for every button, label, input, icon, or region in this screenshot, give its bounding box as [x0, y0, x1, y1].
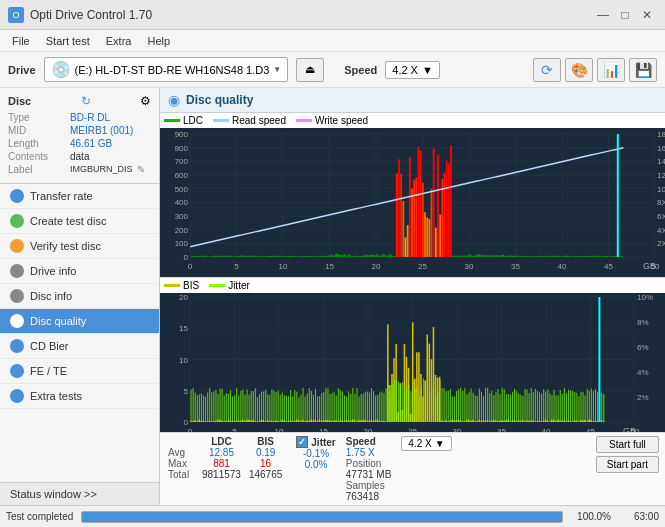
disc-label-field: Label: [8, 164, 66, 175]
disc-length-row: Length 46.61 GB: [8, 138, 151, 149]
samples-val: 763418: [346, 491, 392, 502]
menu-extra[interactable]: Extra: [98, 33, 140, 49]
sidebar-item-cd-bier[interactable]: CD Bier: [0, 334, 159, 359]
disc-contents-row: Contents data: [8, 151, 151, 162]
close-button[interactable]: ✕: [637, 5, 657, 25]
bis-label: BIS: [183, 280, 199, 291]
toolbar-icons: ⟳ 🎨 📊 💾: [533, 58, 657, 82]
disc-info-icon: [10, 289, 24, 303]
maximize-button[interactable]: □: [615, 5, 635, 25]
sidebar-item-drive-info[interactable]: Drive info: [0, 259, 159, 284]
total-bis: 146765: [245, 469, 286, 480]
disc-label-value: IMGBURN_DIS: [70, 164, 133, 175]
title-bar: O Opti Drive Control 1.70 — □ ✕: [0, 0, 665, 30]
fe-te-label: FE / TE: [30, 365, 67, 377]
disc-mid-label: MID: [8, 125, 66, 136]
sidebar-item-extra-tests[interactable]: Extra tests: [0, 384, 159, 409]
write-speed-legend: Write speed: [296, 115, 368, 126]
progress-bar-fill: [82, 512, 562, 522]
create-test-disc-label: Create test disc: [30, 215, 106, 227]
stats-table: LDC BIS Avg 12.85 0.19 Max 881 16: [166, 436, 286, 480]
start-part-button[interactable]: Start part: [596, 456, 659, 473]
write-speed-label: Write speed: [315, 115, 368, 126]
jitter-check-row[interactable]: Jitter: [296, 436, 335, 448]
speed-selector[interactable]: 4.2 X ▼: [385, 61, 440, 79]
disc-type-value: BD-R DL: [70, 112, 110, 123]
status-window-button[interactable]: Status window >>: [0, 482, 159, 505]
position-label: Position: [346, 458, 392, 469]
stats-header-ldc: LDC: [198, 436, 245, 447]
menu-file[interactable]: File: [4, 33, 38, 49]
eject-button[interactable]: ⏏: [296, 58, 324, 82]
disc-mid-value: MEIRB1 (001): [70, 125, 133, 136]
transfer-rate-label: Transfer rate: [30, 190, 93, 202]
status-window-label: Status window >>: [10, 488, 97, 500]
sidebar-item-transfer-rate[interactable]: Transfer rate: [0, 184, 159, 209]
stats-total-row: Total 9811573 146765: [166, 469, 286, 480]
jitter-avg: -0.1%: [296, 448, 335, 459]
bis-legend: BIS: [164, 280, 199, 291]
disc-mid-row: MID MEIRB1 (001): [8, 125, 151, 136]
drive-text: (E:) HL-DT-ST BD-RE WH16NS48 1.D3: [75, 64, 270, 76]
save-button[interactable]: 💾: [629, 58, 657, 82]
disc-quality-label: Disc quality: [30, 315, 86, 327]
upper-chart-canvas: [160, 128, 665, 277]
content-header: ◉ Disc quality: [160, 88, 665, 113]
jitter-checkbox[interactable]: [296, 436, 308, 448]
max-ldc: 881: [198, 458, 245, 469]
max-label: Max: [166, 458, 198, 469]
total-ldc: 9811573: [198, 469, 245, 480]
charts-area: LDC Read speed Write speed: [160, 113, 665, 432]
disc-settings-icon[interactable]: ⚙: [140, 94, 151, 108]
stats-max-row: Max 881 16: [166, 458, 286, 469]
read-speed-label: Read speed: [232, 115, 286, 126]
sidebar-item-disc-info[interactable]: Disc info: [0, 284, 159, 309]
drive-info-label: Drive info: [30, 265, 76, 277]
jitter-check-label: Jitter: [311, 437, 335, 448]
cd-bier-label: CD Bier: [30, 340, 69, 352]
content-header-icon: ◉: [168, 92, 180, 108]
cd-bier-icon: [10, 339, 24, 353]
disc-refresh-icon[interactable]: ↻: [81, 94, 91, 108]
minimize-button[interactable]: —: [593, 5, 613, 25]
content-title: Disc quality: [186, 93, 253, 107]
disc-quality-icon: [10, 314, 24, 328]
speed-avg-val: 1.75 X: [346, 447, 392, 458]
color-icon: 🎨: [571, 62, 588, 78]
title-bar-left: O Opti Drive Control 1.70: [8, 7, 152, 23]
disc-label: Disc: [8, 95, 31, 107]
app-title: Opti Drive Control 1.70: [30, 8, 152, 22]
speed-arrow: ▼: [422, 64, 433, 76]
content-area: ◉ Disc quality LDC Read speed: [160, 88, 665, 505]
sidebar-item-fe-te[interactable]: FE / TE: [0, 359, 159, 384]
sidebar-item-create-test-disc[interactable]: Create test disc: [0, 209, 159, 234]
avg-ldc: 12.85: [198, 447, 245, 458]
disc-info-label: Disc info: [30, 290, 72, 302]
menu-help[interactable]: Help: [139, 33, 178, 49]
jitter-legend: Jitter: [209, 280, 250, 291]
disc-label-row: Label IMGBURN_DIS ✎: [8, 164, 151, 175]
color-button[interactable]: 🎨: [565, 58, 593, 82]
start-full-button[interactable]: Start full: [596, 436, 659, 453]
verify-test-disc-icon: [10, 239, 24, 253]
drive-dropdown-arrow: ▼: [273, 65, 281, 74]
lower-legend: BIS Jitter: [160, 278, 665, 293]
sidebar-item-disc-quality[interactable]: Disc quality: [0, 309, 159, 334]
lower-chart-canvas: [160, 293, 665, 432]
sidebar-item-verify-test-disc[interactable]: Verify test disc: [0, 234, 159, 259]
menu-start-test[interactable]: Start test: [38, 33, 98, 49]
ldc-label: LDC: [183, 115, 203, 126]
disc-contents-value: data: [70, 151, 89, 162]
chart-button[interactable]: 📊: [597, 58, 625, 82]
disc-contents-label: Contents: [8, 151, 66, 162]
drive-bar: Drive 💿 (E:) HL-DT-ST BD-RE WH16NS48 1.D…: [0, 52, 665, 88]
jitter-max: 0.0%: [296, 459, 335, 470]
disc-length-value: 46.61 GB: [70, 138, 112, 149]
drive-selector[interactable]: 💿 (E:) HL-DT-ST BD-RE WH16NS48 1.D3 ▼: [44, 57, 289, 82]
status-text: Test completed: [6, 511, 73, 522]
speed-display-selector[interactable]: 4.2 X ▼: [401, 436, 451, 451]
jitter-color: [209, 284, 225, 287]
speed-header: Speed: [346, 436, 392, 447]
disc-label-icon: ✎: [137, 164, 145, 175]
refresh-button[interactable]: ⟳: [533, 58, 561, 82]
